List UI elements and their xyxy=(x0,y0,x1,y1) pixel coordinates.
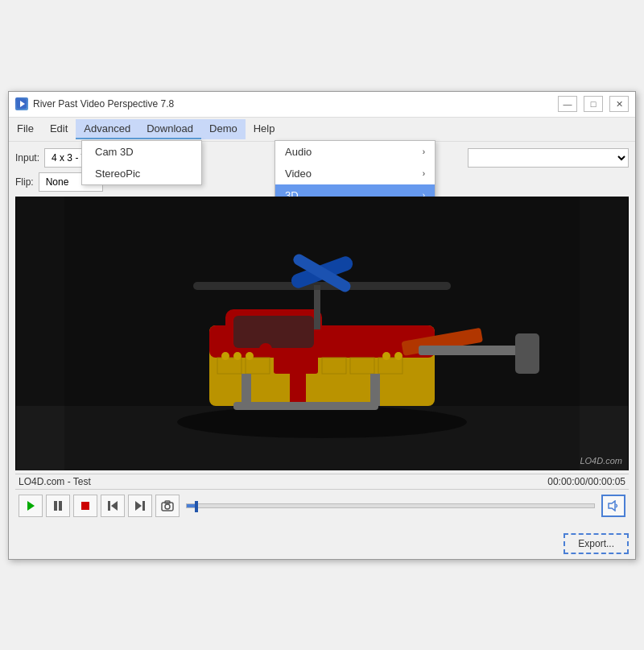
menu-advanced[interactable]: Advanced xyxy=(76,119,138,139)
svg-point-43 xyxy=(165,504,170,509)
svg-rect-33 xyxy=(64,197,580,470)
snapshot-button[interactable] xyxy=(155,495,180,517)
menu-file[interactable]: File xyxy=(9,119,42,139)
svg-marker-41 xyxy=(135,501,142,511)
menu-edit[interactable]: Edit xyxy=(42,119,76,139)
menu-help[interactable]: Help xyxy=(246,119,283,139)
demo-video[interactable]: Video › xyxy=(275,163,435,184)
window-controls: — □ ✕ xyxy=(558,96,629,112)
player-controls xyxy=(15,490,629,522)
main-window: River Past Video Perspective 7.8 — □ ✕ F… xyxy=(8,91,636,560)
input-label: Input: xyxy=(15,152,39,164)
demo-video-arrow: › xyxy=(423,169,425,178)
progress-thumb xyxy=(195,501,198,512)
output-select[interactable] xyxy=(468,148,629,168)
advanced-stereopick[interactable]: StereoPic xyxy=(82,163,201,184)
progress-bar[interactable] xyxy=(186,503,595,508)
play-button[interactable] xyxy=(19,495,43,517)
svg-rect-35 xyxy=(54,501,57,511)
video-area: LO4D.com xyxy=(15,197,629,470)
svg-rect-36 xyxy=(59,501,62,511)
svg-rect-38 xyxy=(108,501,110,511)
svg-marker-45 xyxy=(609,501,615,511)
maximize-button[interactable]: □ xyxy=(584,96,603,112)
stop-button[interactable] xyxy=(73,495,97,517)
video-watermark: LO4D.com xyxy=(580,456,622,466)
advanced-dropdown: Cam 3D StereoPic xyxy=(81,140,202,185)
minimize-button[interactable]: — xyxy=(558,96,577,112)
menu-bar-wrapper: File Edit Advanced Download Demo Help Ca… xyxy=(9,118,635,142)
svg-marker-34 xyxy=(27,501,35,511)
svg-rect-37 xyxy=(81,502,89,510)
title-bar-left: River Past Video Perspective 7.8 xyxy=(15,97,174,110)
bottom-bar: Export... xyxy=(9,528,635,559)
status-right: 00:00:00/00:00:05 xyxy=(547,476,625,487)
flip-label: Flip: xyxy=(15,176,34,188)
title-bar: River Past Video Perspective 7.8 — □ ✕ xyxy=(9,92,635,118)
status-left: LO4D.com - Test xyxy=(19,476,91,487)
demo-audio-arrow: › xyxy=(423,147,425,156)
menu-download[interactable]: Download xyxy=(138,119,201,139)
advanced-cam3d[interactable]: Cam 3D xyxy=(82,141,201,163)
svg-marker-39 xyxy=(111,501,118,511)
volume-button[interactable] xyxy=(601,495,625,517)
menu-bar: File Edit Advanced Download Demo Help xyxy=(9,118,635,142)
prev-button[interactable] xyxy=(101,495,125,517)
menu-demo[interactable]: Demo xyxy=(201,119,246,139)
svg-rect-40 xyxy=(142,501,145,511)
status-bar: LO4D.com - Test 00:00:00/00:00:05 xyxy=(15,474,629,490)
pause-button[interactable] xyxy=(46,495,70,517)
next-button[interactable] xyxy=(128,495,152,517)
window-title: River Past Video Perspective 7.8 xyxy=(33,98,174,110)
demo-audio[interactable]: Audio › xyxy=(275,141,435,163)
close-button[interactable]: ✕ xyxy=(609,96,629,112)
content-area: Input: 4 x 3 - TV Reset Flip: None xyxy=(9,142,635,528)
progress-fill xyxy=(187,504,195,507)
app-icon xyxy=(15,97,28,110)
export-button[interactable]: Export... xyxy=(564,533,629,554)
